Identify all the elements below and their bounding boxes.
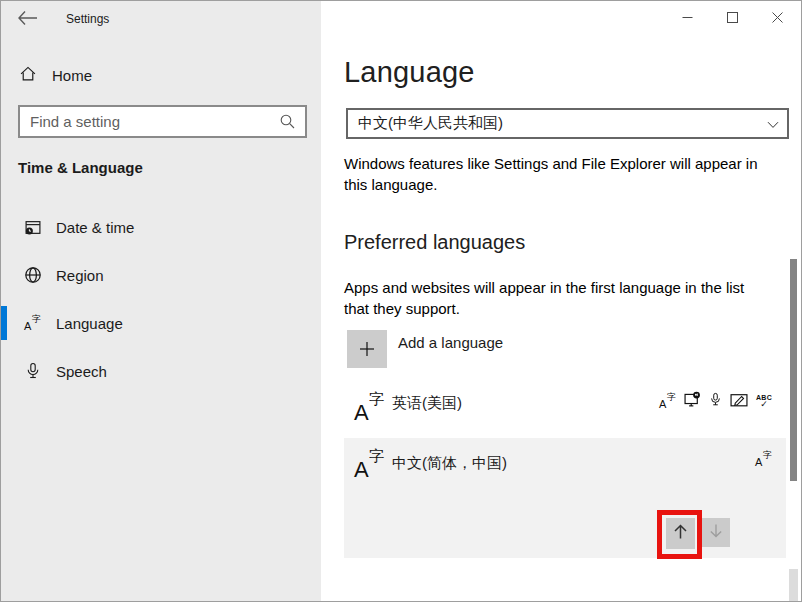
handwriting-icon xyxy=(730,392,748,412)
date-time-icon xyxy=(23,219,42,236)
speech-recognition-icon xyxy=(709,391,722,412)
language-icon: A字 xyxy=(23,315,42,332)
back-arrow-icon xyxy=(17,13,39,30)
home-label: Home xyxy=(52,67,92,84)
display-language-icon: A字 xyxy=(659,393,676,410)
text-to-speech-icon xyxy=(684,391,701,412)
language-list-item-english[interactable]: A字 英语(美国) A字 ABC✓ xyxy=(344,382,786,429)
search-box xyxy=(18,105,307,138)
settings-window: Settings Home Time & Language Date & tim… xyxy=(0,0,802,602)
search-input[interactable] xyxy=(20,113,279,130)
move-down-button[interactable] xyxy=(702,518,730,547)
page-title: Language xyxy=(344,56,475,89)
search-icon xyxy=(279,113,296,130)
language-name: 中文(简体，中国) xyxy=(392,454,507,473)
language-name: 英语(美国) xyxy=(392,394,462,413)
plus-icon xyxy=(347,330,387,368)
sidebar-item-speech[interactable]: Speech xyxy=(1,353,321,389)
language-feature-icons: A字 xyxy=(755,451,772,468)
scrollbar-thumb[interactable] xyxy=(790,259,797,481)
close-button[interactable] xyxy=(755,1,800,33)
add-language-label: Add a language xyxy=(398,334,503,351)
sidebar-item-label: Speech xyxy=(56,363,107,380)
basic-typing-icon: ABC✓ xyxy=(756,394,772,409)
display-language-description: Windows features like Settings and File … xyxy=(344,153,760,195)
maximize-button[interactable] xyxy=(710,1,755,33)
sidebar-item-date-time[interactable]: Date & time xyxy=(1,209,321,245)
home-icon xyxy=(19,65,37,86)
window-controls xyxy=(665,1,800,33)
sidebar-item-home[interactable]: Home xyxy=(19,61,92,89)
move-up-button[interactable] xyxy=(666,518,695,549)
region-icon xyxy=(23,266,42,284)
selected-item-accent-bar xyxy=(1,306,7,340)
sidebar-item-language[interactable]: A字 Language xyxy=(1,305,321,341)
sidebar-section-title: Time & Language xyxy=(18,159,143,176)
display-language-select[interactable]: 中文(中华人民共和国) xyxy=(346,108,789,139)
speech-icon xyxy=(23,362,42,380)
back-button[interactable] xyxy=(17,9,43,29)
arrow-down-icon xyxy=(709,523,723,543)
sidebar-item-label: Region xyxy=(56,267,104,284)
display-language-icon: A字 xyxy=(755,451,772,468)
language-glyph-icon: A字 xyxy=(354,448,384,481)
sidebar-item-region[interactable]: Region xyxy=(1,257,321,293)
sidebar: Settings Home Time & Language Date & tim… xyxy=(1,1,321,601)
language-feature-icons: A字 ABC✓ xyxy=(659,391,772,412)
scrollbar-track-bottom xyxy=(789,569,798,602)
language-glyph-icon: A字 xyxy=(354,391,384,424)
minimize-button[interactable] xyxy=(665,1,710,33)
add-language-button[interactable]: Add a language xyxy=(347,330,503,368)
sidebar-item-label: Date & time xyxy=(56,219,134,236)
preferred-languages-description: Apps and websites will appear in the fir… xyxy=(344,277,756,319)
display-language-value: 中文(中华人民共和国) xyxy=(358,114,767,133)
arrow-up-icon xyxy=(673,523,688,544)
sidebar-item-label: Language xyxy=(56,315,123,332)
preferred-languages-title: Preferred languages xyxy=(344,231,525,254)
chevron-down-icon xyxy=(767,115,779,132)
main-content: Language 中文(中华人民共和国) Windows features li… xyxy=(321,1,802,601)
window-title: Settings xyxy=(66,12,109,26)
